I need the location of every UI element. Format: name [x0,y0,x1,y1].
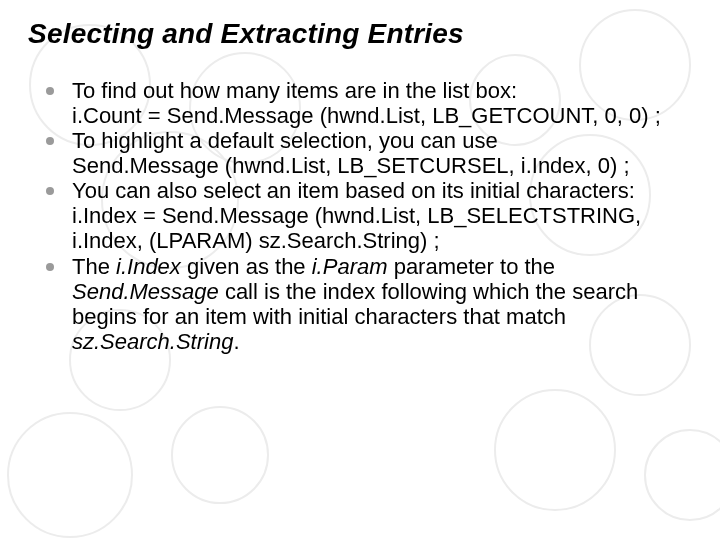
list-item: To highlight a default selection, you ca… [42,128,692,178]
bullet-code: i.Index = Send.Message (hwnd.List, LB_SE… [72,203,641,253]
bullet-code: Send.Message (hwnd.List, LB_SETCURSEL, i… [72,153,630,178]
bullet-em: i.Param [312,254,388,279]
bullet-text: . [233,329,239,354]
slide-title: Selecting and Extracting Entries [28,18,692,50]
list-item: The i.Index given as the i.Param paramet… [42,254,692,354]
svg-point-10 [495,390,615,510]
slide: Selecting and Extracting Entries To find… [0,0,720,354]
list-item: To find out how many items are in the li… [42,78,692,128]
svg-point-5 [172,407,268,503]
bullet-em: i.Index [116,254,181,279]
bullet-em: Send.Message [72,279,219,304]
list-item: You can also select an item based on its… [42,178,692,253]
bullet-lead: To highlight a default selection, you ca… [72,128,498,153]
bullet-text: given as the [181,254,312,279]
bullet-lead: You can also select an item based on its… [72,178,635,203]
bullet-code: i.Count = Send.Message (hwnd.List, LB_GE… [72,103,661,128]
bullet-text: parameter to the [388,254,556,279]
bullet-lead: To find out how many items are in the li… [72,78,517,103]
bullet-text: The [72,254,116,279]
svg-point-4 [8,413,132,537]
bullet-list: To find out how many items are in the li… [42,78,692,354]
bullet-em: sz.Search.String [72,329,233,354]
svg-point-11 [645,430,720,520]
